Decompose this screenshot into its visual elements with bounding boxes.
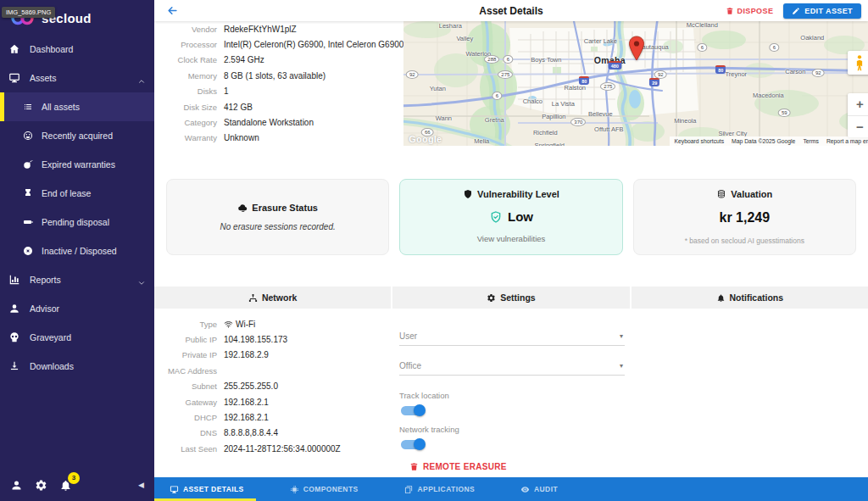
network-value: 192.168.2.1 (224, 398, 269, 407)
network-tracking-group: Network tracking (399, 425, 625, 449)
gear-icon (487, 293, 496, 303)
network-value: 192.168.2.1 (224, 413, 269, 422)
map-marker-pin[interactable] (628, 36, 645, 61)
network-label: Public IP (154, 335, 217, 344)
map-attribution-item[interactable]: Terms (803, 138, 819, 144)
location-map[interactable]: LesharaValleyWaterlooYutanBoys TownCarte… (403, 21, 868, 146)
detail-label: Warranty (154, 133, 217, 142)
monitor-icon (8, 72, 20, 84)
detail-row: Disks1 (154, 84, 403, 99)
office-select[interactable]: Office ▾ (399, 361, 625, 376)
sidebar-item-downloads[interactable]: Downloads (0, 352, 154, 381)
network-label: Last Seen (154, 444, 217, 454)
trash-icon (726, 7, 734, 15)
bell-icon (716, 293, 726, 303)
sidebar-item-inactive-disposed[interactable]: Inactive / Disposed (0, 237, 154, 265)
notifications-bell-icon[interactable]: 3 (59, 479, 72, 492)
network-row: TypeWi-Fi (154, 316, 394, 331)
sidebar-item-label: Downloads (30, 361, 74, 371)
network-label: MAC Address (154, 366, 217, 376)
sidebar-item-label: All assets (42, 102, 80, 112)
sidebar-footer: 3 ◀ (0, 469, 154, 501)
sidebar-collapse-arrow[interactable]: ◀ (138, 481, 144, 489)
detail-row: Memory8 GB (1 slots, 63 available) (154, 68, 403, 83)
detail-label: Disk Size (154, 103, 217, 112)
track-location-toggle[interactable] (401, 406, 424, 415)
map-zoom-control: + − (848, 93, 868, 137)
hourglass-icon (23, 188, 33, 198)
sidebar-item-recently-acquired[interactable]: Recently acquired (0, 121, 154, 150)
bottom-tab-audit[interactable]: AUDIT (509, 477, 570, 501)
sidebar-item-graveyard[interactable]: Graveyard (0, 323, 154, 352)
settings-section: User ▾ Office ▾ Track location Netw (394, 309, 633, 477)
sidebar: IMG_5869.PNG secloud DashboardAssetsAll … (0, 0, 154, 501)
settings-gear-icon[interactable] (35, 479, 47, 492)
topbar: Asset Details DISPOSE EDIT ASSET (154, 0, 868, 21)
section-tab-notifications[interactable]: Notifications (632, 287, 868, 309)
detail-label: Processor (154, 40, 217, 49)
network-label: Type (154, 320, 217, 329)
network-section: TypeWi-FiPublic IP104.198.155.173Private… (154, 309, 394, 477)
filename-overlay: IMG_5869.PNG (2, 7, 55, 18)
sidebar-item-label: End of lease (42, 188, 91, 198)
caret-down-icon: ▾ (620, 332, 623, 340)
network-row: Private IP192.168.2.9 (154, 348, 394, 363)
profile-person-icon[interactable] (10, 479, 23, 492)
route-shield: 275 (600, 82, 615, 91)
map-attribution-item[interactable]: Report a map error (826, 138, 868, 144)
network-value: Wi-Fi (224, 320, 255, 329)
detail-value: 8 GB (1 slots, 63 available) (224, 71, 326, 81)
map-attribution: Keyboard shortcutsMap Data ©2025 GoogleT… (670, 136, 868, 146)
map-attribution-item[interactable]: Keyboard shortcuts (675, 138, 725, 144)
sidebar-item-pending-disposal[interactable]: Pending disposal (0, 208, 154, 237)
view-vulnerabilities-link[interactable]: View vulnerabilities (477, 234, 546, 243)
sidebar-item-label: Recently acquired (42, 131, 113, 141)
detail-value: RdekeFKtYhW1plZ (224, 25, 297, 34)
network-icon (248, 293, 258, 303)
skull-icon (8, 331, 20, 343)
google-logo: Google (409, 134, 442, 144)
sidebar-item-all-assets[interactable]: All assets (0, 92, 154, 121)
notification-badge: 3 (68, 472, 80, 484)
back-arrow-button[interactable] (166, 4, 179, 17)
edit-asset-button[interactable]: EDIT ASSET (783, 3, 861, 19)
network-value: 8.8.8.8,8.8.4.4 (224, 428, 278, 437)
user-select[interactable]: User ▾ (399, 331, 625, 346)
bottom-tab-components[interactable]: COMPONENTS (278, 477, 370, 501)
sidebar-item-reports[interactable]: Reports (0, 265, 154, 294)
main-panel: Asset Details DISPOSE EDIT ASSET VendorR… (154, 0, 868, 501)
interstate-shield: 80 (715, 65, 726, 74)
sidebar-item-expired-warranties[interactable]: Expired warranties (0, 150, 154, 179)
bomb-icon (23, 159, 33, 170)
notifications-section (633, 309, 868, 477)
battery-icon (23, 217, 33, 227)
network-label: Subnet (154, 381, 217, 391)
pegman-control[interactable] (848, 51, 868, 75)
sidebar-item-assets[interactable]: Assets (0, 64, 154, 92)
detail-row: CategoryStandalone Workstation (154, 114, 403, 130)
erasure-status-card: Erasure Status No erasure sessions recor… (166, 179, 389, 255)
route-shield: 370 (570, 118, 586, 126)
detail-row: ProcessorIntel(R) Celeron(R) G6900, Inte… (154, 36, 403, 52)
app-root: IMG_5869.PNG secloud DashboardAssetsAll … (0, 0, 868, 501)
zoom-out-button[interactable]: − (848, 116, 868, 138)
section-tab-network[interactable]: Network (154, 287, 391, 309)
bottom-tab-asset-details[interactable]: ASSET DETAILS (154, 477, 256, 501)
section-tab-settings[interactable]: Settings (392, 287, 629, 309)
remote-erasure-button[interactable]: REMOTE ERASURE (409, 462, 625, 471)
sidebar-item-end-of-lease[interactable]: End of lease (0, 179, 154, 208)
network-row: Public IP104.198.155.173 (154, 331, 394, 347)
person-icon (8, 303, 20, 315)
dispose-button[interactable]: DISPOSE (726, 7, 774, 15)
bottom-tab-applications[interactable]: APPLICATIONS (392, 477, 487, 501)
sidebar-item-advisor[interactable]: Advisor (0, 294, 154, 323)
network-tracking-toggle[interactable] (401, 440, 424, 449)
sidebar-item-label: Graveyard (30, 332, 71, 342)
sidebar-item-dashboard[interactable]: Dashboard (0, 35, 154, 64)
detail-row: WarrantyUnknown (154, 131, 403, 146)
zoom-in-button[interactable]: + (848, 93, 868, 116)
detail-row: Clock Rate2.594 GHz (154, 53, 403, 68)
cloud-erase-icon (237, 203, 248, 213)
detail-label: Clock Rate (154, 55, 217, 64)
network-row: DNS8.8.8.8,8.8.4.4 (154, 426, 394, 441)
